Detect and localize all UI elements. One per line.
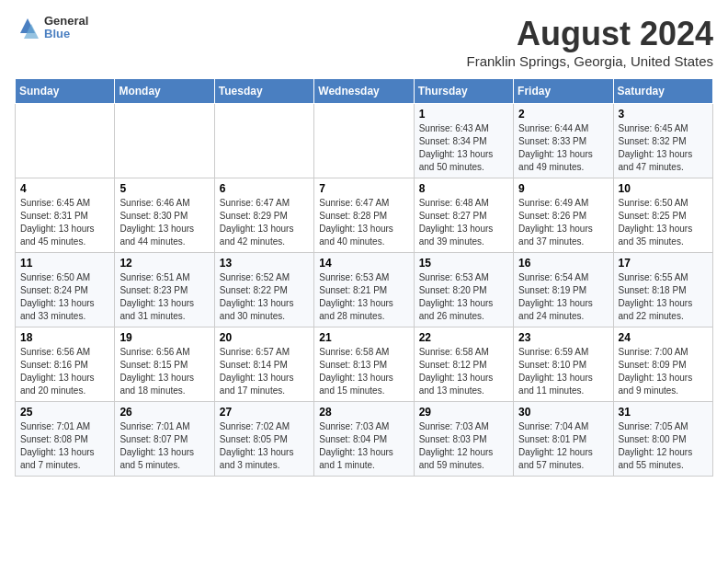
day-info: Sunrise: 6:53 AMSunset: 8:21 PMDaylight:… <box>319 271 408 323</box>
calendar-cell: 24Sunrise: 7:00 AMSunset: 8:09 PMDayligh… <box>613 327 712 402</box>
day-info: Sunrise: 6:59 AMSunset: 8:10 PMDaylight:… <box>518 346 608 397</box>
day-info: Sunrise: 6:44 AMSunset: 8:33 PMDaylight:… <box>518 122 608 174</box>
day-info: Sunrise: 7:05 AMSunset: 8:00 PMDaylight:… <box>619 420 708 472</box>
calendar-cell: 17Sunrise: 6:55 AMSunset: 8:18 PMDayligh… <box>613 253 712 327</box>
calendar-cell <box>115 104 214 178</box>
day-info: Sunrise: 6:56 AMSunset: 8:16 PMDaylight:… <box>20 346 109 397</box>
day-number: 31 <box>619 406 708 419</box>
calendar-cell: 11Sunrise: 6:50 AMSunset: 8:24 PMDayligh… <box>16 253 115 327</box>
day-number: 4 <box>20 182 109 195</box>
header-day-monday: Monday <box>115 79 214 104</box>
calendar-cell: 30Sunrise: 7:04 AMSunset: 8:01 PMDayligh… <box>514 402 613 477</box>
day-number: 29 <box>419 406 508 419</box>
day-number: 6 <box>220 182 309 195</box>
week-row-3: 11Sunrise: 6:50 AMSunset: 8:24 PMDayligh… <box>16 253 713 327</box>
day-info: Sunrise: 6:45 AMSunset: 8:32 PMDaylight:… <box>619 122 708 174</box>
day-number: 27 <box>220 406 309 419</box>
day-number: 7 <box>319 182 408 195</box>
day-info: Sunrise: 7:03 AMSunset: 8:04 PMDaylight:… <box>319 420 408 472</box>
calendar-cell: 25Sunrise: 7:01 AMSunset: 8:08 PMDayligh… <box>16 402 115 477</box>
calendar-cell: 10Sunrise: 6:50 AMSunset: 8:25 PMDayligh… <box>613 178 712 253</box>
header-row: SundayMondayTuesdayWednesdayThursdayFrid… <box>16 79 713 104</box>
calendar-cell: 4Sunrise: 6:45 AMSunset: 8:31 PMDaylight… <box>16 178 115 253</box>
header-day-sunday: Sunday <box>16 79 115 104</box>
header-day-wednesday: Wednesday <box>314 79 414 104</box>
day-info: Sunrise: 6:50 AMSunset: 8:25 PMDaylight:… <box>619 197 708 248</box>
day-number: 17 <box>619 257 708 270</box>
day-number: 10 <box>619 182 708 195</box>
day-number: 19 <box>119 331 209 344</box>
day-number: 9 <box>518 182 608 195</box>
calendar-cell: 21Sunrise: 6:58 AMSunset: 8:13 PMDayligh… <box>314 327 414 402</box>
calendar-cell <box>214 104 313 178</box>
logo-general-text: General <box>44 15 88 28</box>
calendar-cell: 14Sunrise: 6:53 AMSunset: 8:21 PMDayligh… <box>314 253 414 327</box>
calendar-cell: 1Sunrise: 6:43 AMSunset: 8:34 PMDaylight… <box>414 104 513 178</box>
day-info: Sunrise: 6:54 AMSunset: 8:19 PMDaylight:… <box>518 271 608 323</box>
day-number: 8 <box>419 182 508 195</box>
calendar-cell <box>16 104 115 178</box>
day-info: Sunrise: 6:48 AMSunset: 8:27 PMDaylight:… <box>419 197 508 248</box>
calendar-cell: 20Sunrise: 6:57 AMSunset: 8:14 PMDayligh… <box>214 327 313 402</box>
day-number: 5 <box>119 182 209 195</box>
calendar-cell: 5Sunrise: 6:46 AMSunset: 8:30 PMDaylight… <box>115 178 214 253</box>
day-info: Sunrise: 6:50 AMSunset: 8:24 PMDaylight:… <box>20 271 109 323</box>
calendar-cell: 23Sunrise: 6:59 AMSunset: 8:10 PMDayligh… <box>514 327 613 402</box>
logo: General Blue <box>15 15 88 41</box>
day-number: 2 <box>518 108 608 121</box>
title-block: August 2024 Franklin Springs, Georgia, U… <box>467 15 713 69</box>
day-info: Sunrise: 6:43 AMSunset: 8:34 PMDaylight:… <box>419 122 508 174</box>
day-number: 16 <box>518 257 608 270</box>
day-number: 11 <box>20 257 109 270</box>
calendar-cell: 3Sunrise: 6:45 AMSunset: 8:32 PMDaylight… <box>613 104 712 178</box>
day-info: Sunrise: 6:55 AMSunset: 8:18 PMDaylight:… <box>619 271 708 323</box>
calendar-cell: 9Sunrise: 6:49 AMSunset: 8:26 PMDaylight… <box>514 178 613 253</box>
calendar-cell: 6Sunrise: 6:47 AMSunset: 8:29 PMDaylight… <box>214 178 313 253</box>
calendar-cell: 13Sunrise: 6:52 AMSunset: 8:22 PMDayligh… <box>214 253 313 327</box>
calendar-cell: 29Sunrise: 7:03 AMSunset: 8:03 PMDayligh… <box>414 402 513 477</box>
day-info: Sunrise: 7:04 AMSunset: 8:01 PMDaylight:… <box>518 420 608 472</box>
day-number: 14 <box>319 257 408 270</box>
week-row-1: 1Sunrise: 6:43 AMSunset: 8:34 PMDaylight… <box>16 104 713 178</box>
header: General Blue August 2024 Franklin Spring… <box>15 15 713 69</box>
week-row-5: 25Sunrise: 7:01 AMSunset: 8:08 PMDayligh… <box>16 402 713 477</box>
calendar-cell: 12Sunrise: 6:51 AMSunset: 8:23 PMDayligh… <box>115 253 214 327</box>
header-day-saturday: Saturday <box>613 79 712 104</box>
calendar-cell: 22Sunrise: 6:58 AMSunset: 8:12 PMDayligh… <box>414 327 513 402</box>
day-info: Sunrise: 6:46 AMSunset: 8:30 PMDaylight:… <box>119 197 209 248</box>
calendar-cell <box>314 104 414 178</box>
calendar-cell: 15Sunrise: 6:53 AMSunset: 8:20 PMDayligh… <box>414 253 513 327</box>
day-number: 20 <box>220 331 309 344</box>
day-info: Sunrise: 6:47 AMSunset: 8:29 PMDaylight:… <box>220 197 309 248</box>
calendar-cell: 7Sunrise: 6:47 AMSunset: 8:28 PMDaylight… <box>314 178 414 253</box>
calendar-cell: 31Sunrise: 7:05 AMSunset: 8:00 PMDayligh… <box>613 402 712 477</box>
day-number: 1 <box>419 108 508 121</box>
day-number: 25 <box>20 406 109 419</box>
subtitle: Franklin Springs, Georgia, United States <box>467 53 713 69</box>
day-number: 26 <box>119 406 209 419</box>
day-info: Sunrise: 6:45 AMSunset: 8:31 PMDaylight:… <box>20 197 109 248</box>
day-info: Sunrise: 6:58 AMSunset: 8:12 PMDaylight:… <box>419 346 508 397</box>
day-info: Sunrise: 6:56 AMSunset: 8:15 PMDaylight:… <box>119 346 209 397</box>
calendar-cell: 18Sunrise: 6:56 AMSunset: 8:16 PMDayligh… <box>16 327 115 402</box>
day-info: Sunrise: 7:02 AMSunset: 8:05 PMDaylight:… <box>220 420 309 472</box>
day-number: 30 <box>518 406 608 419</box>
day-info: Sunrise: 6:49 AMSunset: 8:26 PMDaylight:… <box>518 197 608 248</box>
day-info: Sunrise: 7:03 AMSunset: 8:03 PMDaylight:… <box>419 420 508 472</box>
calendar-cell: 8Sunrise: 6:48 AMSunset: 8:27 PMDaylight… <box>414 178 513 253</box>
week-row-4: 18Sunrise: 6:56 AMSunset: 8:16 PMDayligh… <box>16 327 713 402</box>
logo-blue-text: Blue <box>44 28 88 40</box>
day-number: 21 <box>319 331 408 344</box>
day-info: Sunrise: 7:01 AMSunset: 8:07 PMDaylight:… <box>119 420 209 472</box>
calendar-table: SundayMondayTuesdayWednesdayThursdayFrid… <box>15 78 713 477</box>
header-day-tuesday: Tuesday <box>214 79 313 104</box>
calendar-cell: 26Sunrise: 7:01 AMSunset: 8:07 PMDayligh… <box>115 402 214 477</box>
day-info: Sunrise: 6:58 AMSunset: 8:13 PMDaylight:… <box>319 346 408 397</box>
day-info: Sunrise: 6:57 AMSunset: 8:14 PMDaylight:… <box>220 346 309 397</box>
main-title: August 2024 <box>467 15 713 53</box>
calendar-cell: 19Sunrise: 6:56 AMSunset: 8:15 PMDayligh… <box>115 327 214 402</box>
day-number: 28 <box>319 406 408 419</box>
calendar-cell: 2Sunrise: 6:44 AMSunset: 8:33 PMDaylight… <box>514 104 613 178</box>
calendar-cell: 27Sunrise: 7:02 AMSunset: 8:05 PMDayligh… <box>214 402 313 477</box>
day-info: Sunrise: 6:53 AMSunset: 8:20 PMDaylight:… <box>419 271 508 323</box>
